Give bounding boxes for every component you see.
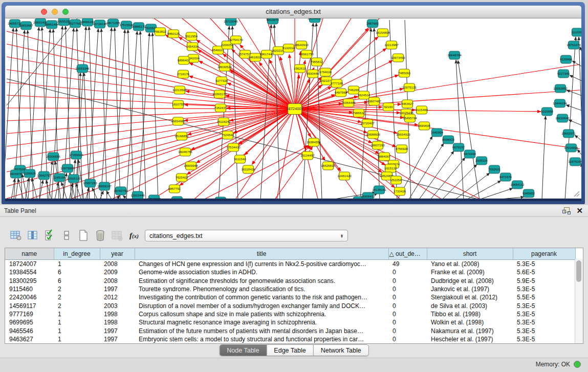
merge-rows-icon[interactable] xyxy=(60,229,73,242)
table-cell[interactable]: 5.3E-5 xyxy=(513,310,575,318)
network-node[interactable]: 17016504 xyxy=(564,144,578,152)
network-node[interactable]: 20364486 xyxy=(341,99,356,107)
network-node[interactable]: 16909948 xyxy=(184,162,198,170)
table-cell[interactable]: 9465546 xyxy=(5,326,54,335)
table-cell[interactable]: 1997 xyxy=(100,326,135,335)
network-node[interactable]: 12444194 xyxy=(553,99,567,107)
table-cell[interactable]: Tourette syndrome. Phenomenology and cla… xyxy=(135,285,388,293)
column-header-title[interactable]: title xyxy=(135,248,388,260)
network-node[interactable]: 18630520 xyxy=(217,63,232,71)
table-cell[interactable]: 5.3E-5 xyxy=(513,285,575,293)
table-cell[interactable]: 9463627 xyxy=(5,335,54,343)
table-mode-icon[interactable] xyxy=(9,229,23,242)
table-cell[interactable]: 0 xyxy=(388,268,427,276)
network-node[interactable]: 15692971 xyxy=(561,129,576,138)
network-node[interactable]: 15751074 xyxy=(567,41,581,49)
network-node[interactable]: 10654112 xyxy=(510,181,525,189)
table-cell[interactable]: Stergiakouli et al. (2012) xyxy=(427,293,513,301)
network-node[interactable]: 16782753 xyxy=(114,187,128,195)
network-node[interactable]: 12213500 xyxy=(172,86,187,94)
table-cell[interactable]: 1998 xyxy=(100,318,135,326)
network-node[interactable]: 16210643 xyxy=(555,114,570,122)
table-cell[interactable]: Hescheler et al. (1997) xyxy=(427,335,513,343)
network-node[interactable]: 9463627 xyxy=(401,100,414,108)
scrollbar-thumb[interactable] xyxy=(576,260,581,282)
network-node[interactable]: 1810755 xyxy=(172,100,185,108)
table-cell[interactable]: 0 xyxy=(388,310,427,318)
network-node[interactable]: 9896401 xyxy=(178,56,190,64)
network-node[interactable]: 9111540 xyxy=(234,155,246,163)
table-cell[interactable]: Structural magnetic resonance image aver… xyxy=(135,318,388,326)
network-node[interactable]: 6794028 xyxy=(319,68,332,76)
network-node[interactable]: 17957253 xyxy=(83,179,97,187)
network-node[interactable]: 7663822 xyxy=(154,28,167,36)
table-cell[interactable]: 9115460 xyxy=(5,285,54,293)
network-node[interactable]: 1640954 xyxy=(431,128,444,137)
network-node[interactable]: 10553667 xyxy=(19,21,33,30)
table-cell[interactable]: Estimation of significance thresholds fo… xyxy=(135,277,388,285)
network-node[interactable]: 11675334 xyxy=(568,158,581,166)
table-cell[interactable]: 2008 xyxy=(100,277,135,285)
network-node[interactable]: 7485063 xyxy=(398,69,411,77)
table-cell[interactable]: Investigating the contribution of common… xyxy=(135,293,388,301)
network-node[interactable]: 12754170 xyxy=(229,36,243,44)
table-cell[interactable]: 49 xyxy=(388,260,427,269)
table-cell[interactable]: 1 xyxy=(54,310,100,318)
column-header-pagerank[interactable]: pagerank xyxy=(513,248,575,260)
network-node[interactable]: 15166852 xyxy=(175,132,189,140)
table-row[interactable]: 2242004622012Investigating the contribut… xyxy=(5,293,575,301)
network-node[interactable]: 9860125 xyxy=(167,30,180,38)
table-cell[interactable]: 2009 xyxy=(100,268,135,276)
network-node[interactable]: 18640910 xyxy=(294,41,309,49)
table-cell[interactable]: 1997 xyxy=(100,285,135,293)
table-cell[interactable]: 0 xyxy=(388,285,427,293)
table-row[interactable]: 946554611997Estimation of the future num… xyxy=(5,326,575,335)
column-header-out_de[interactable]: △ out_de… xyxy=(388,248,427,260)
network-node[interactable]: 10688609 xyxy=(366,130,380,139)
table-cell[interactable]: 1 xyxy=(54,318,100,326)
new-column-icon[interactable] xyxy=(77,229,90,242)
table-cell[interactable]: 18724007 xyxy=(5,260,54,269)
table-cell[interactable]: 2008 xyxy=(100,260,135,269)
table-cell[interactable]: Nakamura et al. (1997) xyxy=(427,326,513,335)
table-row[interactable]: 1938455462009Genome-wide association stu… xyxy=(5,268,575,276)
table-cell[interactable]: 18300295 xyxy=(5,277,54,285)
table-cell[interactable]: 1 xyxy=(54,335,100,343)
network-node[interactable]: 9129966 xyxy=(560,55,573,63)
network-node[interactable]: 14136141 xyxy=(372,186,386,194)
network-node[interactable]: 7986532 xyxy=(353,109,365,117)
network-node[interactable]: 9277320 xyxy=(215,77,228,85)
table-cell[interactable]: 5.5E-5 xyxy=(513,293,575,301)
network-node[interactable]: 15495794 xyxy=(403,114,417,122)
table-cell[interactable]: 9777169 xyxy=(5,310,54,318)
delete-column-icon[interactable] xyxy=(94,229,107,242)
table-cell[interactable]: 5.3E-5 xyxy=(513,335,575,343)
network-node[interactable]: 16118424 xyxy=(241,165,255,173)
network-node[interactable]: 2935114 xyxy=(475,157,488,165)
network-node[interactable]: 252254 xyxy=(391,176,402,184)
network-node[interactable]: 10807487 xyxy=(367,97,381,105)
network-node[interactable]: 17534410 xyxy=(226,143,241,151)
column-header-name[interactable]: name xyxy=(5,248,54,260)
table-cell[interactable]: 1997 xyxy=(100,335,135,343)
table-row[interactable]: 1830029562008Estimation of significance … xyxy=(5,277,575,285)
network-node[interactable]: 15720407 xyxy=(360,119,375,127)
network-node[interactable]: 16154808 xyxy=(376,29,390,37)
table-cell[interactable]: Genome-wide association studies in ADHD. xyxy=(135,268,388,276)
memory-status-indicator[interactable] xyxy=(574,361,581,368)
network-node[interactable]: 16654985 xyxy=(171,117,185,125)
network-node[interactable]: 10886171 xyxy=(132,23,146,31)
network-node[interactable]: 2718176 xyxy=(177,70,190,78)
table-cell[interactable]: 5.3E-5 xyxy=(513,326,575,335)
canvas-resize-handle[interactable] xyxy=(573,190,580,197)
tab-edge-table[interactable]: Edge Table xyxy=(266,345,313,356)
table-cell[interactable]: 0 xyxy=(388,335,427,343)
network-node[interactable]: 18724007 xyxy=(286,104,303,115)
network-node[interactable]: 1654334 xyxy=(186,42,199,51)
table-cell[interactable]: 1998 xyxy=(100,310,135,318)
table-cell[interactable]: 19384554 xyxy=(5,268,54,276)
table-cell[interactable]: 5.3E-5 xyxy=(513,318,575,326)
table-cell[interactable]: Corpus callosum shape and size in male p… xyxy=(135,310,388,318)
network-node[interactable]: 9884067 xyxy=(378,152,391,161)
network-node[interactable]: 9245012 xyxy=(171,196,184,199)
